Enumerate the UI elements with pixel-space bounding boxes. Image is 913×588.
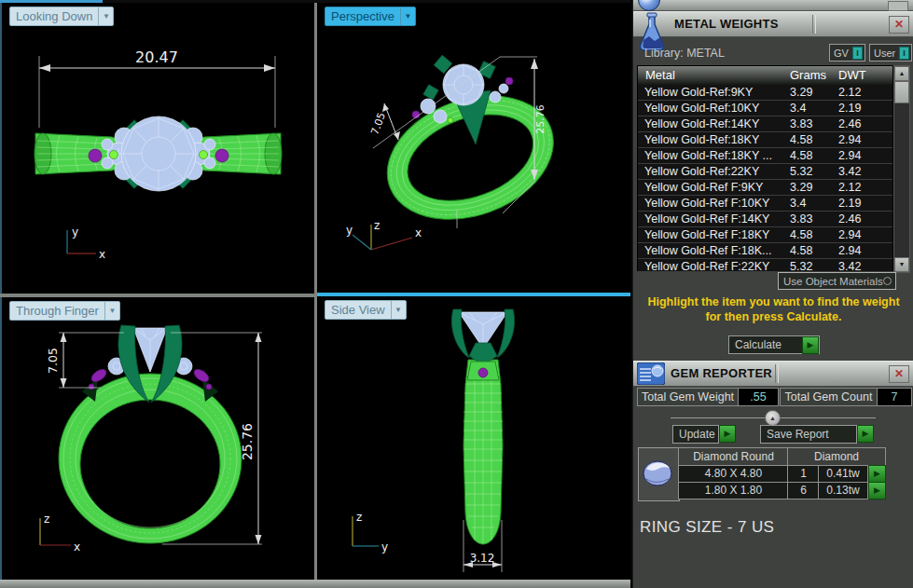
axis-y-label: y: [72, 226, 78, 239]
dim-ring-width: 20.47: [135, 48, 178, 66]
library-label: Library: METAL: [644, 47, 725, 60]
viewport-tab-side-view[interactable]: Side View ▼: [325, 300, 407, 320]
viewport-side-view[interactable]: 3.12 z y Side View ▼: [317, 296, 630, 580]
total-gem-count-value: 7: [877, 388, 912, 406]
viewport-perspective[interactable]: 7.05 25.76 z y x Perspective ▼: [317, 3, 630, 293]
gv-button[interactable]: GV I: [829, 44, 865, 62]
diamond-round-icon: [639, 448, 677, 499]
gem-row-size[interactable]: 4.80 X 4.80: [678, 465, 789, 483]
save-report-button[interactable]: Save Report: [760, 425, 857, 444]
update-go-icon[interactable]: ▶: [719, 425, 736, 443]
scroll-down-icon[interactable]: ▼: [894, 257, 909, 272]
axis-x-label: x: [99, 248, 105, 261]
save-report-go-icon[interactable]: ▶: [857, 425, 874, 443]
collapsed-panel-bar[interactable]: [633, 0, 913, 11]
metal-table-body: Yellow Gold-Ref:9KY3.292.12 Yellow Gold-…: [637, 85, 893, 271]
axis-z-label: z: [356, 511, 362, 524]
chevron-down-icon[interactable]: ▼: [104, 302, 119, 320]
viewport-tab-through-finger[interactable]: Through Finger ▼: [9, 301, 120, 321]
dim-outer-diameter: 25.76: [534, 104, 546, 134]
gem-thumbnail: [638, 447, 680, 501]
metal-weights-title: METAL WEIGHTS: [674, 17, 779, 31]
dim-head-height: 7.05: [368, 111, 388, 136]
scrollbar-thumb[interactable]: [894, 81, 909, 103]
total-gem-weight-value: .55: [738, 388, 779, 406]
table-row[interactable]: Yellow Gold-Ref:9KY3.292.12: [638, 85, 892, 101]
instruction-line1: Highlight the item you want to find the …: [633, 294, 913, 309]
table-row[interactable]: Yellow Gold-Ref F:22KY5.323.42: [638, 259, 892, 271]
table-row[interactable]: Yellow Gold-Ref:22KY5.323.42: [638, 164, 892, 180]
through-finger-drawing: 7.05 25.76 z x: [2, 297, 314, 580]
table-row[interactable]: Yellow Gold-Ref:18KY4.582.94: [638, 132, 892, 148]
col-grams: Grams: [790, 68, 826, 82]
axis-y-label: y: [346, 224, 353, 237]
viewport-tab-perspective[interactable]: Perspective ▼: [325, 7, 416, 26]
close-icon[interactable]: ✕: [889, 16, 909, 34]
instruction-text: Highlight the item you want to find the …: [633, 294, 913, 324]
chevron-down-icon[interactable]: ▼: [391, 301, 406, 319]
viewport-looking-down[interactable]: 20.47: [2, 3, 314, 294]
header-groove: [812, 15, 816, 34]
gem-row-count[interactable]: 1: [787, 465, 820, 483]
gv-label: GV: [830, 48, 852, 59]
col-metal: Metal: [645, 68, 675, 82]
viewport-tab-looking-down[interactable]: Looking Down ▼: [9, 7, 114, 26]
save-report-label: Save Report: [761, 428, 856, 441]
gem-reporter-icon: [637, 362, 665, 385]
gem-row-go-icon[interactable]: ▶: [868, 465, 886, 483]
dim-outer-diameter: 25.76: [240, 423, 255, 460]
collapsed-panel-button[interactable]: [888, 1, 908, 11]
viewport-tab-label: Looking Down: [10, 9, 98, 23]
table-row[interactable]: Yellow Gold-Ref:14KY3.832.46: [638, 116, 892, 132]
col-dwt: DWT: [838, 68, 866, 82]
gem-row-weight[interactable]: 0.13tw: [818, 482, 868, 499]
calculate-go-icon[interactable]: ▶: [802, 336, 819, 354]
gem-row-go-icon[interactable]: ▶: [868, 482, 886, 499]
total-gem-count-label: Total Gem Count: [780, 388, 878, 406]
axis-z-label: z: [44, 513, 49, 526]
axis-y-label: y: [381, 540, 388, 554]
collapse-up-icon[interactable]: ▲: [765, 410, 781, 426]
sphere-icon: [638, 0, 660, 11]
instruction-line2: for then press Calculate.: [633, 309, 913, 324]
metal-table-scrollbar[interactable]: ▲ ▼: [893, 65, 910, 273]
axis-x-label: x: [415, 226, 422, 239]
table-row[interactable]: Yellow Gold-Ref F:14KY3.832.46: [638, 212, 892, 227]
metal-weights-header[interactable]: METAL WEIGHTS ✕: [633, 11, 913, 37]
looking-down-drawing: 20.47: [2, 3, 314, 294]
update-label: Update: [673, 428, 718, 441]
scroll-up-icon[interactable]: ▲: [894, 66, 909, 81]
use-object-materials-button[interactable]: Use Object Materials: [778, 272, 896, 290]
table-row[interactable]: Yellow Gold-Ref:18KY ...4.582.94: [638, 148, 892, 164]
dim-band-width: 3.12: [470, 552, 495, 565]
viewport-tab-label: Side View: [325, 303, 391, 317]
side-panel: METAL WEIGHTS ✕ Library: METAL GV I User…: [632, 0, 913, 588]
gem-row-size[interactable]: 1.80 X 1.80: [678, 482, 789, 499]
axis-gizmo: z y: [353, 511, 388, 554]
chevron-down-icon[interactable]: ▼: [98, 7, 113, 25]
gv-toggle[interactable]: I: [852, 47, 863, 60]
viewport-tab-label: Perspective: [325, 9, 400, 23]
gem-row-weight[interactable]: 0.41tw: [818, 465, 868, 483]
update-button[interactable]: Update: [672, 425, 719, 444]
ring-size-text: RING SIZE - 7 US: [640, 518, 774, 537]
table-row[interactable]: Yellow Gold-Ref F:18K...4.582.94: [638, 243, 892, 259]
close-icon[interactable]: ✕: [889, 365, 909, 383]
viewport-through-finger[interactable]: 7.05 25.76 z x Through Finger ▼: [2, 297, 314, 580]
gem-reporter-title: GEM REPORTER: [671, 366, 772, 380]
table-row[interactable]: Yellow Gold-Ref F:9KY3.292.12: [638, 180, 892, 196]
user-toggle[interactable]: I: [899, 47, 909, 60]
cad-window: 20.47: [0, 0, 913, 588]
user-button[interactable]: User I: [869, 44, 912, 62]
use-object-materials-label: Use Object Materials: [779, 276, 883, 287]
metal-table-header: Metal Grams DWT: [637, 65, 893, 86]
gem-reporter-header[interactable]: GEM REPORTER ✕: [633, 361, 913, 387]
table-row[interactable]: Yellow Gold-Ref:10KY3.42.19: [638, 101, 892, 116]
gem-row-count[interactable]: 6: [787, 482, 820, 499]
bottom-strip: [0, 580, 630, 588]
perspective-drawing: 7.05 25.76 z y x: [317, 3, 630, 293]
total-gem-weight-label: Total Gem Weight: [637, 388, 739, 406]
table-row[interactable]: Yellow Gold-Ref F:10KY3.42.19: [638, 196, 892, 212]
chevron-down-icon[interactable]: ▼: [400, 7, 415, 25]
table-row[interactable]: Yellow Gold-Ref F:18KY4.582.94: [638, 227, 892, 243]
